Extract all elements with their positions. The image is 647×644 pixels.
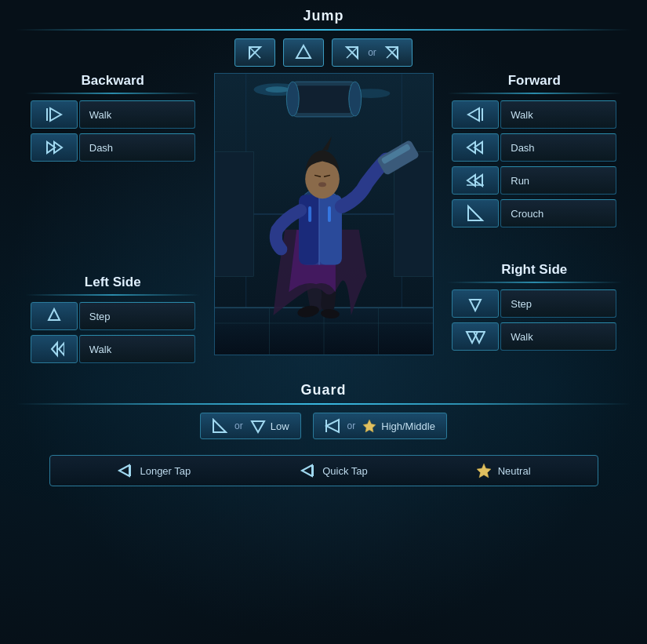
- guard-high-label: High/Middle: [381, 420, 435, 432]
- svg-marker-11: [49, 309, 60, 320]
- forward-run-icon: [452, 166, 499, 195]
- guard-divider: [16, 403, 631, 405]
- forward-divider: [447, 93, 622, 94]
- guard-low-icon1: [212, 418, 227, 434]
- forward-walk-row: Walk: [452, 100, 616, 129]
- forward-section: Forward Walk: [438, 73, 632, 232]
- legend-neutral-label: Neutral: [498, 465, 531, 477]
- forward-run-label: Run: [500, 166, 616, 195]
- main-layout: Backward Walk: [16, 73, 631, 374]
- svg-marker-61: [213, 420, 226, 432]
- svg-marker-66: [119, 465, 129, 476]
- guard-low-label: Low: [271, 420, 289, 432]
- guard-title: Guard: [300, 382, 346, 398]
- character-svg: [215, 74, 433, 355]
- legend-longer-tap: Longer Tap: [116, 462, 191, 479]
- svg-marker-65: [363, 420, 376, 432]
- svg-point-46: [318, 182, 326, 187]
- svg-marker-12: [52, 343, 57, 355]
- guard-high-button[interactable]: or High/Middle: [313, 413, 447, 439]
- jump-up-button[interactable]: [283, 38, 324, 67]
- svg-marker-68: [302, 465, 312, 476]
- svg-rect-25: [215, 152, 254, 277]
- forward-walk-icon: [452, 100, 499, 129]
- forward-crouch-icon: [452, 199, 499, 227]
- right-panel: Forward Walk: [438, 73, 632, 362]
- jump-up-left-button[interactable]: [234, 38, 275, 67]
- left-walk-row: Walk: [31, 335, 195, 363]
- svg-point-19: [265, 86, 289, 93]
- left-step-icon: [31, 302, 78, 330]
- forward-title: Forward: [508, 73, 561, 89]
- jump-or-text: or: [368, 47, 376, 58]
- guard-high-icon1: [325, 418, 340, 434]
- jump-buttons-row: or: [234, 38, 413, 67]
- svg-line-57: [468, 206, 482, 220]
- legend-longer-tap-icon: [116, 462, 133, 479]
- right-side-title: Right Side: [501, 262, 567, 278]
- forward-run-row: Run: [452, 166, 616, 195]
- right-side-divider: [447, 282, 622, 283]
- backward-title: Backward: [82, 73, 144, 89]
- jump-up-right-button[interactable]: or: [332, 38, 413, 67]
- legend-quick-tap-icon: [299, 462, 316, 479]
- forward-crouch-row: Crouch: [452, 199, 616, 227]
- jump-up-right-icon2: [383, 44, 401, 61]
- legend-quick-tap-label: Quick Tap: [322, 465, 368, 477]
- guard-low-or: or: [234, 420, 243, 431]
- forward-dash-label: Dash: [500, 133, 616, 162]
- svg-rect-26: [394, 152, 433, 277]
- svg-marker-70: [477, 464, 491, 478]
- svg-marker-13: [59, 343, 64, 355]
- forward-walk-label: Walk: [500, 100, 616, 129]
- jump-up-right-icon: [343, 44, 361, 61]
- svg-marker-2: [296, 45, 311, 58]
- right-walk-row: Walk: [452, 322, 616, 351]
- svg-rect-22: [296, 86, 351, 113]
- jump-divider: [16, 29, 631, 31]
- backward-dash-row: Dash: [31, 133, 195, 162]
- right-walk-label: Walk: [500, 322, 616, 351]
- forward-dash-row: Dash: [452, 133, 616, 162]
- guard-low-icon2: [250, 418, 266, 434]
- right-step-label: Step: [500, 289, 616, 318]
- backward-walk-label: Walk: [79, 100, 195, 129]
- backward-walk-row: Walk: [31, 100, 195, 129]
- character-image: [214, 73, 434, 355]
- backward-dash-icon: [31, 133, 78, 162]
- jump-up-left-icon: [246, 44, 264, 61]
- center-panel: [210, 73, 438, 355]
- right-walk-icon: [452, 322, 499, 351]
- backward-divider: [25, 93, 200, 94]
- right-step-icon: [452, 289, 499, 318]
- forward-crouch-label: Crouch: [500, 199, 616, 227]
- guard-high-or: or: [347, 420, 356, 431]
- left-step-row: Step: [31, 302, 195, 330]
- svg-point-24: [348, 82, 361, 116]
- guard-high-star: [362, 419, 376, 433]
- svg-marker-62: [252, 421, 264, 432]
- backward-dash-label: Dash: [79, 133, 195, 162]
- svg-rect-47: [308, 206, 311, 222]
- left-walk-label: Walk: [79, 335, 195, 363]
- main-container: Jump: [0, 0, 647, 644]
- left-step-label: Step: [79, 302, 195, 330]
- svg-marker-58: [470, 300, 481, 311]
- left-walk-icon: [31, 335, 78, 363]
- guard-section: Guard or Low: [16, 382, 631, 439]
- jump-title: Jump: [303, 8, 343, 24]
- left-side-section: Left Side Step: [16, 275, 210, 368]
- legend-quick-tap: Quick Tap: [299, 462, 368, 479]
- right-step-row: Step: [452, 289, 616, 318]
- forward-dash-icon: [452, 133, 499, 162]
- left-side-title: Left Side: [85, 275, 141, 290]
- backward-walk-icon: [31, 100, 78, 129]
- legend-neutral: Neutral: [476, 463, 531, 478]
- jump-section: Jump: [16, 8, 631, 67]
- guard-low-button[interactable]: or Low: [200, 413, 301, 439]
- svg-marker-63: [326, 420, 339, 432]
- legend-longer-tap-label: Longer Tap: [140, 465, 191, 477]
- svg-rect-48: [327, 206, 330, 222]
- guard-buttons-row: or Low or: [200, 413, 447, 439]
- svg-marker-7: [50, 108, 61, 121]
